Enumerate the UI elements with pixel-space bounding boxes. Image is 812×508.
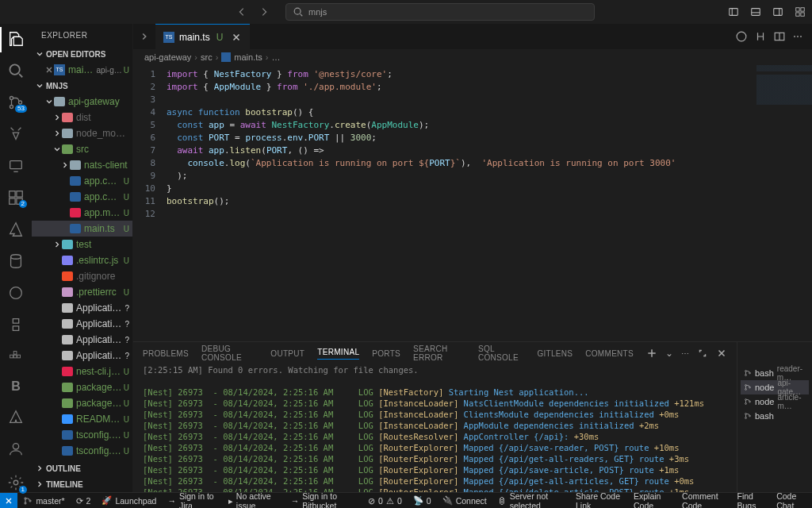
activity-git-graph[interactable] <box>6 284 25 302</box>
file-tree: api-gatewaydistnode_modulessrcnats-clien… <box>32 94 132 460</box>
outline-section[interactable]: OUTLINE <box>32 460 132 476</box>
tab-main-ts[interactable]: TS main.ts U <box>155 24 250 49</box>
activity-azure[interactable] <box>6 221 25 238</box>
activity-python[interactable] <box>6 316 25 333</box>
activity-database[interactable] <box>6 252 25 270</box>
workspace-section[interactable]: MNJS <box>32 78 132 94</box>
terminal-split-dropdown[interactable]: ⌄ <box>665 348 673 359</box>
panel-tab-gitlens[interactable]: GITLENS <box>537 349 573 358</box>
status-ports[interactable]: 📡 0 <box>408 495 437 506</box>
nav-back-icon[interactable] <box>236 6 247 17</box>
bottom-panel: PROBLEMSDEBUG CONSOLEOUTPUTTERMINALPORTS… <box>133 341 812 492</box>
customize-layout-icon[interactable] <box>795 6 806 17</box>
editor-area: TS main.ts U ⋯ api-gateway› src› main.ts… <box>133 24 812 492</box>
tab-bar: TS main.ts U ⋯ <box>133 24 812 49</box>
nav-forward-icon[interactable] <box>259 6 270 17</box>
ts-icon: TS <box>54 64 65 75</box>
file-item[interactable]: Application is …? <box>32 348 132 364</box>
status-connect[interactable]: 🔌 Connect <box>437 495 492 506</box>
file-item[interactable]: main.tsU <box>32 221 132 237</box>
file-item[interactable]: nest-cli.jsonU <box>32 364 132 379</box>
timeline-section[interactable]: TIMELINE <box>32 476 132 492</box>
panel-maximize-icon[interactable] <box>697 348 708 359</box>
activity-atlassian[interactable] <box>6 408 25 425</box>
minimap[interactable] <box>756 65 812 113</box>
activity-scm[interactable]: 53 <box>6 94 25 111</box>
activity-search[interactable] <box>6 62 25 79</box>
svg-rect-22 <box>17 355 21 358</box>
remote-indicator[interactable] <box>0 493 17 508</box>
layout-secondary-icon[interactable] <box>772 6 783 17</box>
activity-debug[interactable] <box>6 125 25 143</box>
search-placeholder: mnjs <box>308 7 327 17</box>
tab-action-compare-icon[interactable] <box>755 31 766 42</box>
open-editor-item[interactable]: TS main.ts api-g… U <box>32 62 132 78</box>
panel-tab-comments[interactable]: COMMENTS <box>585 349 634 358</box>
status-launchpad[interactable]: 🚀 Launchpad <box>96 495 162 506</box>
terminal-instance[interactable]: bash <box>741 409 809 423</box>
close-icon[interactable] <box>231 32 242 43</box>
open-editors-section[interactable]: OPEN EDITORS <box>32 46 132 62</box>
tab-action-play-icon[interactable] <box>736 31 747 42</box>
panel-more-icon[interactable]: ⋯ <box>681 349 689 358</box>
panel-tab-output[interactable]: OUTPUT <box>270 349 304 358</box>
scm-badge: 53 <box>15 105 27 113</box>
ts-icon: TS <box>163 32 174 43</box>
file-item[interactable]: app.controll…U <box>32 189 132 205</box>
activity-extensions[interactable]: 2 <box>6 189 25 206</box>
svg-point-25 <box>737 32 746 41</box>
layout-primary-icon[interactable] <box>728 6 739 17</box>
file-item[interactable]: .prettierrcU <box>32 284 132 300</box>
activity-explorer[interactable] <box>6 30 25 48</box>
status-issue[interactable]: ▸ No active issue <box>223 491 285 509</box>
file-item[interactable]: .gitignore <box>32 268 132 284</box>
status-server[interactable]: 🛢 Server not selected <box>492 491 570 509</box>
panel-tab-sql-console[interactable]: SQL CONSOLE <box>478 344 524 362</box>
status-chat[interactable]: Code Chat <box>771 491 812 509</box>
layout-panel-icon[interactable] <box>750 6 761 17</box>
status-problems[interactable]: ⊘0 ⚠0 <box>362 496 408 506</box>
activity-docker[interactable] <box>6 348 25 365</box>
close-icon[interactable] <box>44 64 54 75</box>
tab-action-more-icon[interactable]: ⋯ <box>793 31 804 42</box>
panel-tab-problems[interactable]: PROBLEMS <box>143 349 189 358</box>
panel-tab-search-error[interactable]: SEARCH ERROR <box>413 344 465 362</box>
status-bugs[interactable]: Find Bugs <box>732 491 772 509</box>
file-item[interactable]: package-lock…U <box>32 379 132 395</box>
panel-tab-terminal[interactable]: TERMINAL <box>317 348 359 360</box>
tab-overflow-icon[interactable] <box>133 24 155 49</box>
panel-tab-debug-console[interactable]: DEBUG CONSOLE <box>201 344 258 362</box>
command-center[interactable]: mnjs <box>285 3 595 21</box>
file-item[interactable]: Application is …? <box>32 300 132 316</box>
status-share[interactable]: Share Code Link <box>570 491 628 509</box>
status-branch[interactable]: master* <box>17 496 70 506</box>
status-jira[interactable]: → Sign in to Jira <box>162 491 222 509</box>
activity-accounts[interactable] <box>6 440 25 459</box>
svg-rect-20 <box>10 355 13 358</box>
terminal-new-icon[interactable] <box>646 348 657 359</box>
settings-badge: 1 <box>19 486 27 494</box>
terminal-output[interactable]: [2:25:15 AM] Found 0 errors. Watching fo… <box>133 364 737 492</box>
ext-badge: 2 <box>19 200 27 208</box>
activity-bold[interactable]: B <box>6 379 25 394</box>
status-bitbucket[interactable]: → Sign in to Bitbucket <box>285 491 362 509</box>
folder-item[interactable]: api-gateway <box>32 94 132 110</box>
file-item[interactable]: .eslintrc.jsU <box>32 252 132 268</box>
panel-close-icon[interactable] <box>716 348 727 359</box>
terminal-instance[interactable]: node article-m… <box>741 394 809 409</box>
file-item[interactable]: app.module…U <box>32 205 132 221</box>
breadcrumbs[interactable]: api-gateway› src› main.ts› … <box>133 49 812 65</box>
folder-item[interactable]: test <box>32 237 132 252</box>
status-comment[interactable]: Comment Code <box>676 491 731 509</box>
status-sync[interactable]: ⟳ 2 <box>71 496 97 506</box>
code-editor[interactable]: 123456789101112 import { NestFactory } f… <box>133 65 812 341</box>
activity-settings[interactable]: 1 <box>6 473 25 492</box>
activity-remote[interactable] <box>6 157 25 175</box>
panel-tab-ports[interactable]: PORTS <box>372 349 400 358</box>
file-item[interactable]: Application is …? <box>32 332 132 348</box>
svg-rect-23 <box>13 352 17 355</box>
file-item[interactable]: app.controll…U <box>32 173 132 189</box>
tab-action-split-icon[interactable] <box>774 31 785 42</box>
status-explain[interactable]: Explain Code <box>628 491 676 509</box>
file-item[interactable]: Application is …? <box>32 316 132 332</box>
